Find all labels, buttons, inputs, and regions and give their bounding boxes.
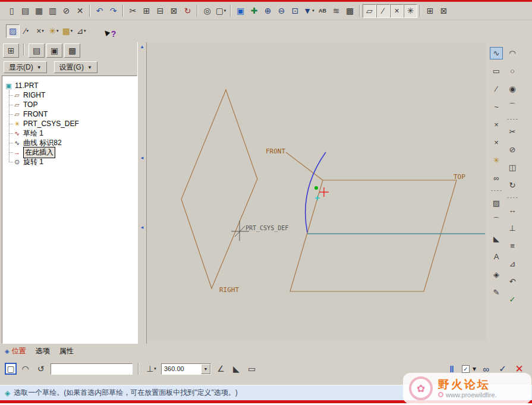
combo-dropdown-button[interactable]: ▼	[201, 364, 210, 374]
paste-button[interactable]: ⊟	[153, 4, 167, 18]
open-file-button[interactable]: ▤	[18, 4, 32, 18]
divide-tool-button[interactable]: ⊘	[506, 143, 519, 156]
tree-item-top-plane[interactable]: ▱TOP	[13, 100, 134, 109]
cut-button[interactable]: ✂	[126, 4, 140, 18]
history-button[interactable]: ▩	[64, 43, 80, 58]
settings-dropdown-button[interactable]: 设置(G) ▼	[54, 61, 97, 73]
use-edge-tool-button[interactable]: ∞	[490, 172, 503, 184]
tree-item-part-root[interactable]: ▣11.PRT	[5, 81, 134, 90]
flip-dropdown-icon[interactable]: ▾	[154, 366, 156, 371]
collapse-left-icon[interactable]: ◂	[141, 155, 144, 161]
tree-item-front-plane[interactable]: ▱FRONT	[13, 109, 134, 119]
chamfer-tool-button[interactable]: ◣	[490, 233, 503, 245]
collector-input[interactable]	[51, 363, 133, 375]
tree-item-revolve-1[interactable]: ⊙旋转 1	[13, 157, 134, 167]
redo-button[interactable]: ↷	[106, 4, 120, 18]
layers-button[interactable]: ≋	[329, 4, 343, 18]
copy-button[interactable]: ⊞	[140, 4, 153, 18]
delete-old-versions-button[interactable]: ✕	[73, 4, 87, 18]
top-datum-plane[interactable]	[290, 180, 457, 291]
modify-tool-button[interactable]: ✎	[490, 286, 503, 299]
rectangle-tool-button[interactable]: ▭	[490, 65, 503, 77]
save-button[interactable]: ▦	[32, 4, 46, 18]
select-filter-dropdown-icon[interactable]: ▾	[224, 8, 226, 13]
fillet-tool-button[interactable]: ⌒	[490, 215, 503, 227]
graphics-viewport[interactable]: RIGHT TOP FRONT PRT_CSYS_DEF	[147, 42, 486, 341]
offset-edge-tool-button[interactable]: ▨	[490, 197, 503, 209]
sketch-orientation-button[interactable]: ▨	[6, 24, 20, 38]
angle-type-button[interactable]: ∠	[214, 362, 228, 376]
datum-planes-display-button[interactable]: ▱	[363, 4, 376, 18]
undo-button[interactable]: ↶	[93, 4, 106, 18]
view-manager-button[interactable]: ▩	[343, 4, 357, 18]
show-dropdown-button[interactable]: 显示(D) ▼	[4, 61, 47, 73]
zoom-in-button[interactable]: ⊕	[261, 4, 275, 18]
remove-material-button[interactable]: ◣	[229, 362, 243, 376]
line-tool-button[interactable]: ∕	[490, 83, 503, 95]
tree-item-insert-here[interactable]: →在此插入	[13, 147, 134, 157]
regenerate-button[interactable]: ↻	[181, 4, 194, 18]
dimension-tool-button[interactable]: ↔	[506, 204, 519, 216]
csys-display-button[interactable]: ✳	[404, 4, 417, 18]
vertex-display-button[interactable]: ×▾	[33, 24, 47, 38]
constraint-display-button[interactable]: ✳▾	[47, 24, 61, 38]
favorites-button[interactable]: ▣	[46, 43, 62, 58]
tree-item-right-plane[interactable]: ▱RIGHT	[13, 90, 134, 100]
done-tool-button[interactable]: ✓	[506, 293, 519, 306]
open-window-button[interactable]: ⊞	[423, 4, 437, 18]
vertex-display-dropdown-icon[interactable]: ▾	[42, 29, 44, 33]
constraint-tool-button[interactable]: ⊿	[506, 258, 519, 270]
right-datum-plane[interactable]	[181, 90, 257, 288]
sketch-collector-button[interactable]: ▢	[5, 363, 17, 375]
grid-display-dropdown-icon[interactable]: ▾	[71, 29, 73, 33]
datum-line-display-dropdown-icon[interactable]: ▾	[26, 29, 29, 33]
preview-checkbox[interactable]: ✓	[462, 365, 470, 373]
find-button[interactable]: ◎	[200, 4, 214, 18]
grid-display-button[interactable]: ▦▾	[61, 24, 74, 38]
tab-properties[interactable]: 属性	[59, 346, 74, 356]
switch-dimensions-button[interactable]: AB	[316, 4, 329, 18]
model-tree-toggle-button[interactable]: ⊞	[3, 43, 19, 58]
rotate-resize-tool-button[interactable]: ↻	[506, 179, 519, 191]
folder-browser-button[interactable]: ▤	[29, 43, 45, 58]
paste-special-button[interactable]: ⊠	[167, 4, 181, 18]
panel-splitter[interactable]: ▴ ◂ ◂	[137, 42, 147, 344]
curve-tool-button[interactable]: ~	[490, 101, 503, 113]
new-file-button[interactable]: ▯	[5, 4, 18, 18]
axis-point-tool-button[interactable]: ×	[490, 136, 503, 149]
undo-sketch-button[interactable]: ↶	[506, 275, 519, 288]
saved-view-list-button[interactable]: ▼▾	[302, 4, 316, 18]
dimension-display-button[interactable]: ⊿▾	[74, 24, 88, 38]
point-display-button[interactable]: ×	[390, 4, 404, 18]
tree-item-sketch-1[interactable]: ∿草绘 1	[13, 128, 134, 138]
circle-tool-button[interactable]: ○	[506, 65, 519, 77]
baseline-dimension-button[interactable]: ≡	[506, 240, 519, 252]
collapse-up-icon[interactable]: ▴	[141, 44, 144, 49]
thicken-sketch-button[interactable]: ▭	[245, 362, 259, 376]
datum-line-display-button[interactable]: ∕▾	[20, 24, 33, 38]
perimeter-dimension-button[interactable]: ⊥	[506, 222, 519, 234]
flip-material-button[interactable]: ↺	[34, 362, 48, 376]
repaint-button[interactable]: ▣	[234, 4, 247, 18]
collapse-left-icon[interactable]: ◂	[141, 225, 144, 230]
flip-direction-button[interactable]: ⊥ ▾	[144, 362, 158, 376]
select-filter-button[interactable]: ▢▾	[214, 4, 228, 18]
trim-tool-button[interactable]: ✂	[506, 125, 519, 138]
erase-display-button[interactable]: ⊘	[59, 4, 73, 18]
text-tool-button[interactable]: A	[490, 250, 503, 263]
three-point-arc-tool-button[interactable]: ⌒	[506, 101, 519, 113]
internal-sketch-button[interactable]: ◠	[18, 362, 32, 376]
close-window-button[interactable]: ⊠	[437, 4, 451, 18]
vertex-point[interactable]	[314, 186, 318, 190]
arc-tool-button[interactable]: ◠	[506, 47, 519, 59]
mirror-tool-button[interactable]: ◫	[506, 161, 519, 174]
tab-placement[interactable]: ◈位置	[5, 346, 26, 356]
dimension-display-dropdown-icon[interactable]: ▾	[84, 29, 86, 33]
ellipse-tool-button[interactable]: ◉	[506, 83, 519, 95]
point-tool-button[interactable]: ×	[490, 118, 503, 131]
spline-tool-button[interactable]: ∿	[490, 47, 503, 59]
datum-axes-display-button[interactable]: ∕	[376, 4, 390, 18]
preview-dropdown-icon[interactable]: ▾	[473, 365, 476, 373]
refit-button[interactable]: ⊡	[288, 4, 302, 18]
graphics-area[interactable]: RIGHT TOP FRONT PRT_CSYS_DEF	[147, 42, 486, 341]
